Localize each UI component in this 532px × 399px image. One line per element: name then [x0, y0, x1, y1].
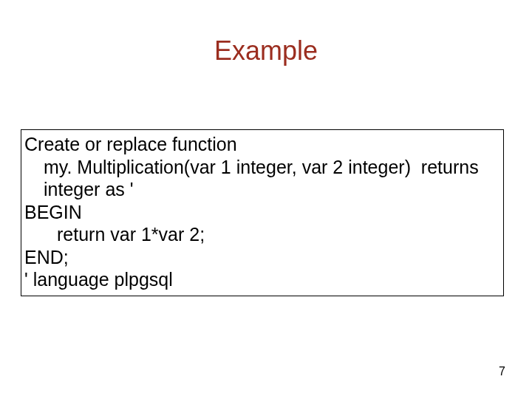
code-box: Create or replace function my. Multiplic…	[21, 129, 504, 296]
code-line: BEGIN	[24, 201, 500, 224]
code-line: ' language plpgsql	[24, 268, 500, 291]
code-line: END;	[24, 246, 500, 269]
slide-title: Example	[0, 35, 532, 66]
code-line: Create or replace function	[24, 133, 500, 156]
slide: Example Create or replace function my. M…	[0, 0, 532, 399]
code-line: my. Multiplication(var 1 integer, var 2 …	[24, 156, 500, 201]
page-number: 7	[499, 365, 505, 378]
code-line: return var 1*var 2;	[24, 223, 500, 246]
